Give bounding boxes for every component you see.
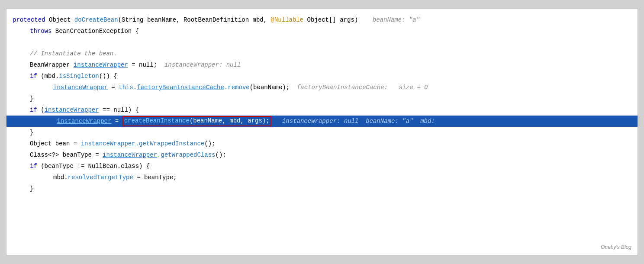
code-line-16: } [6,183,638,194]
indent-spacer6 [13,116,57,126]
code-line-5: BeanWrapper instanceWrapper = null; inst… [6,59,638,71]
var-instanceWrapper3: instanceWrapper [45,105,99,115]
var-instanceWrapper5: instanceWrapper [81,139,135,148]
code-editor: protected Object doCreateBean(String bea… [6,9,638,255]
code-line-10-highlighted: instanceWrapper = createBeanInstance(bea… [6,116,638,127]
eq2: = [108,83,119,92]
eq3: = [111,116,122,126]
code-line-11: } [6,127,638,138]
method-this-factoryBean: this. [119,83,137,92]
var-beanType: beanType = [63,150,103,160]
brace-close3: } [30,184,33,193]
comment-instantiate: // Instantiate the bean. [30,49,117,58]
method-factoryBeanInstanceCache: factoryBeanInstanceCache [137,83,224,92]
paren-gwc: (); [216,150,226,160]
hint-cbi: instanceWrapper: null beanName: "a" mbd: [271,116,435,126]
type-object: Object [49,15,74,25]
keyword-if1: if [30,71,41,81]
brace-close2: } [30,128,33,137]
code-line-6: if (mbd.isSingleton()) { [6,71,638,82]
param-mbd: mbd, [253,15,271,25]
keyword-if2: if [30,105,41,115]
hint-instancewrapper: instanceWrapper: null [164,60,241,70]
keyword-protected: protected [13,15,49,25]
method-getWrappedInstance: .getWrappedInstance [135,139,205,148]
eq4: = beanType; [133,173,177,182]
param-beanName: beanName, [147,15,184,25]
blog-credit: Oneby's Blog [601,243,631,251]
type-rbd: RootBeanDefinition [184,15,253,25]
code-line-4: // Instantiate the bean. [6,48,638,59]
param-args: args) [340,15,358,25]
call-createBeanInstance: createBeanInstance(beanName, mbd, args); [122,116,271,126]
code-line-3 [6,37,638,48]
var-instanceWrapper: instanceWrapper [74,60,128,70]
var-instanceWrapper6: instanceWrapper [103,150,157,160]
keyword-if3: if [30,161,41,171]
type-bce: BeanCreationException { [55,26,139,36]
paren-open: ( [118,15,122,25]
paren-if2: ( [41,105,44,115]
code-line-9: if (instanceWrapper == null) { [6,104,638,116]
keyword-throws: throws [30,26,55,36]
type-beanwrapper: BeanWrapper [30,60,74,70]
code-line-1: protected Object doCreateBean(String bea… [6,14,638,26]
var-instanceWrapper2: instanceWrapper [53,83,108,92]
type-object2: Object[] [307,15,340,25]
method-createBeanInstance: createBeanInstance [124,117,190,124]
paren-gwi: (); [204,139,215,148]
code-line-15: mbd.resolvedTargetType = beanType; [6,172,638,183]
paren-if1: (mbd. [41,71,59,81]
paren-if3: (beanType != [41,161,88,171]
code-line-8: } [6,93,638,104]
dot-class: .class) { [117,161,150,171]
method-doCreateBean: doCreateBean [74,15,118,25]
annotation-nullable: @Nullable [271,15,307,25]
var-mbd2: mbd. [53,173,68,182]
paren-isSingleton: ()) { [99,71,117,81]
code-line-7: instanceWrapper = this.factoryBeanInstan… [6,82,638,93]
var-bean: bean = [55,139,81,148]
type-object3: Object [30,139,55,148]
hint-beanname: beanName: "a" [358,15,420,25]
var-instanceWrapper4: instanceWrapper [57,116,111,126]
eq-null: == null) { [99,105,139,115]
code-line-2: throws BeanCreationException { [6,26,638,37]
code-line-14: if (beanType != NullBean.class) { [6,161,638,172]
method-getWrappedClass: .getWrappedClass [157,150,215,160]
type-string: String [122,15,147,25]
type-class: Class<?> [30,150,63,160]
type-nullbean: NullBean [88,161,117,171]
eq1: = null; [128,60,164,70]
code-line-12: Object bean = instanceWrapper.getWrapped… [6,138,638,149]
method-remove: .remove [224,83,250,92]
field-resolvedTargetType: resolvedTargetType [68,173,133,182]
method-isSingleton: isSingleton [59,71,99,81]
code-line-13: Class<?> beanType = instanceWrapper.getW… [6,149,638,161]
paren-cbi: (beanName, mbd, args); [190,117,270,124]
paren-remove: (beanName); [250,83,297,92]
hint-factorybean: factoryBeanInstanceCache: size = 0 [297,83,428,92]
brace-close1: } [30,94,33,103]
